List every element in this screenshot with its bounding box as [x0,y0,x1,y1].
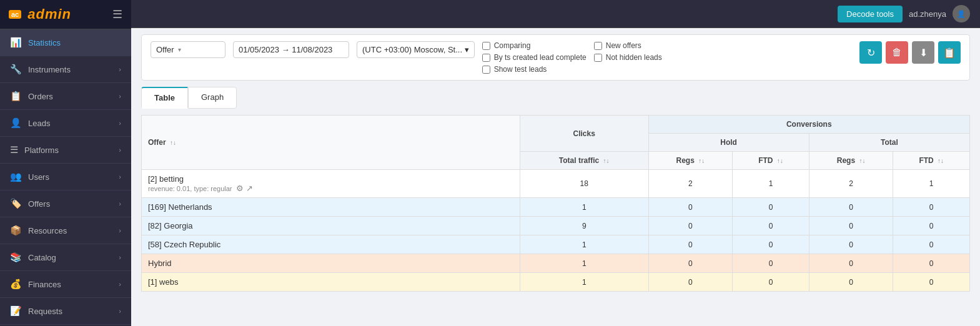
logo-ac: ac [9,10,21,19]
tab-graph[interactable]: Graph [188,87,237,109]
users-icon: 👥 [10,171,22,182]
main-content: Decode tools ad.zhenya 👤 Offer ▾ (UTC +0… [131,0,980,326]
show-test-leads-checkbox[interactable] [482,66,490,74]
instruments-icon: 🔧 [10,64,22,75]
by-ts-checkbox-row[interactable]: By ts created lead complete [482,53,587,62]
sort-icon[interactable]: ↑↓ [859,157,865,164]
filter-checkboxes: Comparing By ts created lead complete Sh… [482,41,587,74]
th-conversions: Conversions [648,116,969,134]
table-cell: 0 [893,217,970,235]
sidebar-item-catalog[interactable]: 📚 Catalog › [0,244,131,271]
sidebar-item-platforms[interactable]: ☰ Platforms › [0,137,131,164]
settings-icon[interactable]: ⚙ [236,184,244,193]
th-hold: Hold [648,134,809,152]
offer-cell: [2] bettingrevenue: 0.01, type: regular⚙… [142,170,520,198]
sidebar-item-leads[interactable]: 👤 Leads › [0,110,131,137]
sort-icon[interactable]: ↑↓ [603,157,610,164]
copy-button[interactable]: 📋 [938,41,961,64]
table-row: [169] Netherlands10000 [142,198,970,217]
table-cell: 9 [520,217,648,235]
th-total-ftd: FTD ↑↓ [893,152,970,170]
table-cell: 1 [893,170,970,198]
table-cell: 0 [733,198,809,217]
sidebar-item-instruments[interactable]: 🔧 Instruments › [0,56,131,83]
resources-icon: 📦 [10,225,22,236]
timezone-filter[interactable]: (UTC +03:00) Moscow, St... ▾ [357,41,475,58]
chevron-icon: › [119,119,121,127]
new-offers-group: New offers Not hidden leads [594,41,662,62]
offer-filter[interactable]: Offer ▾ [151,41,225,58]
sidebar-item-label: Resources [28,226,67,235]
data-table: Offer ↑↓ Clicks Conversions Hold T [141,115,970,292]
sidebar-item-label: Finances [28,280,61,289]
table-cell: 0 [648,198,733,217]
th-total: Total [809,134,969,152]
offer-filter-label: Offer [156,45,174,54]
sidebar-item-requests[interactable]: 📝 Requests › [0,298,131,325]
by-ts-label: By ts created lead complete [494,53,587,62]
avatar: 👤 [953,5,970,22]
not-hidden-leads-checkbox[interactable] [594,54,602,62]
logo-text: admin [27,6,71,22]
sidebar-item-users[interactable]: 👥 Users › [0,164,131,190]
requests-icon: 📝 [10,305,22,317]
comparing-checkbox[interactable] [482,42,490,50]
show-test-leads-checkbox-row[interactable]: Show test leads [482,65,587,74]
sidebar-item-statistics[interactable]: 📊 Statistics [0,29,131,56]
table-cell: 0 [733,235,809,254]
th-total-regs: Regs ↑↓ [809,152,893,170]
new-offers-checkbox[interactable] [594,42,602,50]
leads-icon: 👤 [10,117,22,129]
comparing-checkbox-row[interactable]: Comparing [482,41,587,50]
chevron-icon: › [119,200,121,207]
new-offers-checkbox-row[interactable]: New offers [594,41,662,50]
table-cell: 0 [733,217,809,235]
not-hidden-leads-checkbox-row[interactable]: Not hidden leads [594,53,662,62]
sort-icon[interactable]: ↑↓ [938,157,944,164]
chevron-icon: › [119,254,121,261]
download-button[interactable]: ⬇ [912,41,934,64]
offer-cell: [58] Czech Republic [142,235,520,254]
chevron-down-icon: ▾ [178,46,181,53]
table-row: [1] webs10000 [142,273,970,292]
sidebar-item-offers[interactable]: 🏷️ Offers › [0,190,131,217]
sort-icon[interactable]: ↑↓ [698,157,705,164]
refresh-button[interactable]: ↻ [859,41,882,64]
sort-icon[interactable]: ↑↓ [170,139,176,146]
chevron-icon: › [119,146,121,154]
new-offers-label: New offers [606,41,641,50]
delete-button[interactable]: 🗑 [886,41,908,64]
by-ts-checkbox[interactable] [482,54,490,62]
th-hold-ftd: FTD ↑↓ [733,152,809,170]
chevron-icon: › [119,227,121,234]
sidebar-item-resources[interactable]: 📦 Resources › [0,217,131,244]
table-cell: 1 [520,254,648,273]
sidebar-item-label: Instruments [28,65,71,74]
offer-cell: [1] webs [142,273,520,292]
offer-name: Hybrid [148,259,172,268]
offer-sub: revenue: 0.01, type: regular [148,185,232,192]
tab-table[interactable]: Table [141,87,188,109]
table-cell: 0 [809,273,893,292]
sidebar-item-label: Requests [28,307,62,316]
offer-cell: [169] Netherlands [142,198,520,217]
decode-tools-button[interactable]: Decode tools [838,6,903,22]
sidebar-item-label: Catalog [28,253,56,262]
sidebar-item-orders[interactable]: 📋 Orders › [0,83,131,110]
table-cell: 0 [648,254,733,273]
table-cell: 0 [648,235,733,254]
offer-name: [82] Georgia [148,221,193,230]
th-offer: Offer ↑↓ [142,116,520,170]
sort-icon[interactable]: ↑↓ [777,157,783,164]
sidebar-item-finances[interactable]: 💰 Finances › [0,271,131,298]
table-cell: 1 [520,235,648,254]
sidebar-item-label: Statistics [28,38,61,47]
table-cell: 0 [809,235,893,254]
date-range-input[interactable] [233,41,349,58]
table-cell: 0 [809,198,893,217]
hamburger-icon[interactable]: ☰ [112,7,122,21]
timezone-label: (UTC +03:00) Moscow, St... ▾ [362,45,469,54]
table-row: [58] Czech Republic10000 [142,235,970,254]
offer-cell: Hybrid [142,254,520,273]
external-link-icon[interactable]: ↗ [246,184,253,193]
